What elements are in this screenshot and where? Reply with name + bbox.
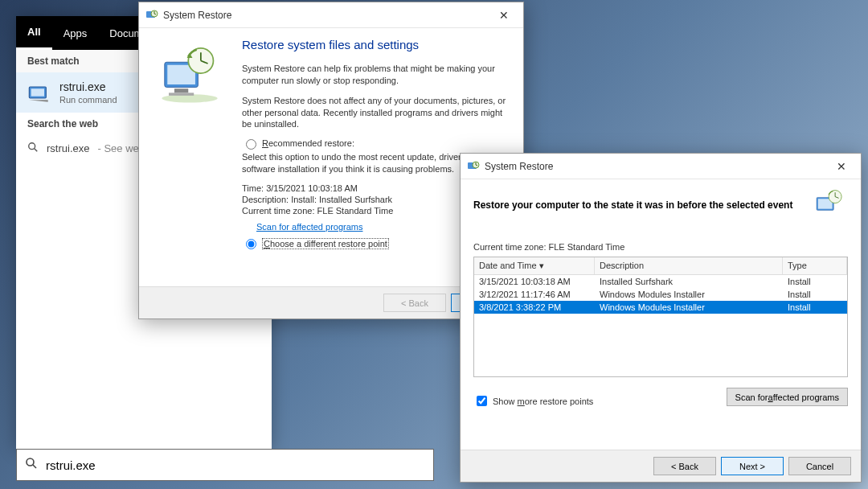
dialog1-titlebar[interactable]: System Restore ✕	[139, 2, 523, 28]
tz-label: Current time zone:	[242, 206, 314, 216]
table-header: Date and Time ▾ Description Type	[474, 257, 847, 275]
svg-line-3	[35, 149, 38, 152]
svg-rect-11	[174, 88, 188, 92]
wizard-para2: System Restore does not affect any of yo…	[242, 95, 509, 131]
time-label: Time:	[242, 183, 264, 193]
close-button[interactable]: ✕	[488, 4, 520, 27]
tab-all[interactable]: All	[16, 16, 52, 50]
dialog2-title: System Restore	[485, 161, 553, 172]
svg-point-2	[29, 143, 35, 150]
radio-choose-label: CChoose a different restore pointhoose a…	[262, 238, 389, 249]
dialog2-heading: Restore your computer to the state it wa…	[473, 199, 801, 211]
result-text: rstrui.exe Run command	[59, 80, 117, 105]
wizard-para1: System Restore can help fix problems tha…	[242, 63, 509, 87]
sort-desc-icon: ▾	[539, 261, 544, 270]
back-button[interactable]: < Back	[653, 457, 716, 475]
system-restore-icon	[145, 9, 158, 22]
show-more-label: Show more restore pointsShow more restor…	[493, 397, 593, 406]
system-restore-icon	[467, 160, 480, 173]
wizard-graphic	[154, 38, 242, 251]
run-command-icon	[27, 81, 50, 104]
dialog1-title: System Restore	[163, 10, 231, 21]
taskbar-search-box[interactable]	[16, 449, 434, 481]
web-result-term: rstrui.exe	[47, 142, 89, 154]
table-row[interactable]: 3/8/2021 3:38:22 PMWindows Modules Insta…	[474, 301, 847, 314]
scan-affected-link[interactable]: Scan for affected programs	[256, 222, 362, 232]
wizard-graphic-small	[811, 187, 848, 223]
search-icon	[27, 142, 39, 155]
tz-value: FLE Standard Time	[317, 206, 394, 216]
back-button: < Back	[383, 294, 446, 312]
col-datetime[interactable]: Date and Time ▾	[474, 257, 595, 274]
tz-line: Current time zone: FLE Standard Time	[473, 242, 848, 252]
search-input[interactable]	[44, 458, 425, 473]
result-subtitle: Run command	[59, 95, 117, 105]
radio-recommended[interactable]	[246, 139, 256, 150]
table-row[interactable]: 3/15/2021 10:03:18 AMInstalled Surfshark…	[474, 275, 847, 288]
col-type[interactable]: Type	[783, 257, 847, 274]
radio-recommended-label: RRecommended restore:ecommended restore:	[262, 138, 354, 148]
svg-line-5	[33, 465, 36, 468]
scan-affected-button[interactable]: Scan for affected programsScan for affec…	[727, 388, 848, 406]
svg-point-4	[27, 458, 34, 466]
cancel-button[interactable]: Cancel	[788, 457, 851, 475]
desc-label: Description:	[242, 195, 289, 204]
col-description[interactable]: Description	[595, 257, 783, 274]
result-title: rstrui.exe	[59, 80, 117, 93]
dialog2-titlebar[interactable]: System Restore ✕	[461, 154, 861, 179]
next-button[interactable]: Next >	[721, 457, 784, 475]
svg-rect-12	[169, 92, 194, 95]
show-more-checkbox[interactable]	[477, 396, 487, 406]
time-value: 3/15/2021 10:03:18 AM	[266, 183, 358, 193]
tab-apps[interactable]: Apps	[52, 16, 99, 50]
desc-value: Install: Installed Surfshark	[291, 195, 392, 204]
show-more-checkbox-row[interactable]: Show more restore pointsShow more restor…	[473, 393, 593, 409]
wizard-heading: Restore system files and settings	[242, 38, 509, 51]
system-restore-dialog-2: System Restore ✕ Restore your computer t…	[460, 153, 862, 483]
table-row[interactable]: 3/12/2021 11:17:46 AMWindows Modules Ins…	[474, 288, 847, 301]
dialog2-footer: < Back Next > Cancel	[461, 450, 861, 482]
svg-rect-1	[31, 88, 44, 96]
radio-choose-different[interactable]	[246, 239, 256, 249]
search-icon	[25, 457, 38, 473]
restore-points-table[interactable]: Date and Time ▾ Description Type 3/15/20…	[473, 257, 848, 377]
close-button[interactable]: ✕	[825, 155, 858, 178]
